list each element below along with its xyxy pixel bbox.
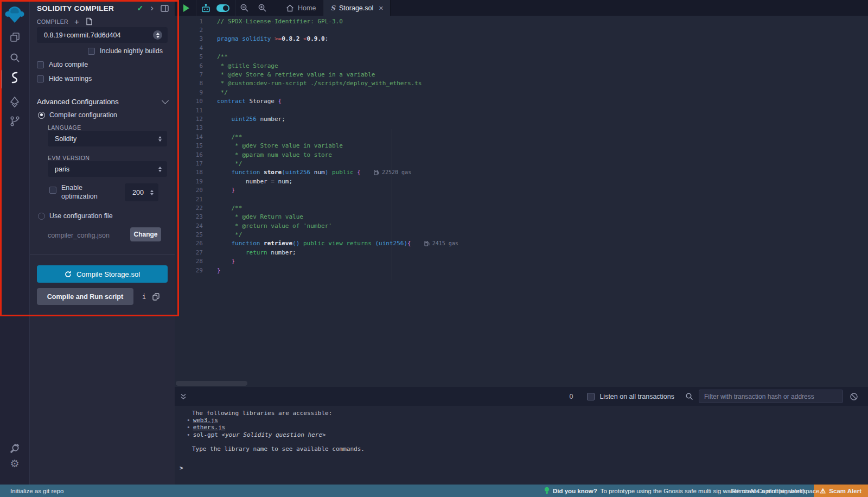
close-tab-icon[interactable]: × <box>379 4 383 12</box>
code-line[interactable]: 13 <box>175 124 868 132</box>
line-number[interactable]: 12 <box>175 116 203 123</box>
code-line[interactable]: 28 } <box>175 257 868 266</box>
code-line[interactable]: 8 * @custom:dev-run-script ./scripts/dep… <box>175 79 868 88</box>
pin-panel-icon[interactable] <box>161 5 169 12</box>
config-filename[interactable]: compiler_config.json <box>48 232 110 239</box>
code-line[interactable]: 17 */ <box>175 159 868 168</box>
settings-gear-icon[interactable]: ⚙ <box>8 456 22 470</box>
line-number[interactable]: 17 <box>175 160 203 167</box>
line-number[interactable]: 23 <box>175 213 203 220</box>
line-number[interactable]: 2 <box>175 27 203 34</box>
file-explorer-icon[interactable] <box>8 30 22 44</box>
code-line[interactable]: 21 <box>175 195 868 203</box>
zoom-in-icon[interactable] <box>258 3 267 12</box>
terminal-prompt[interactable]: > <box>180 464 868 471</box>
line-number[interactable]: 9 <box>175 89 203 96</box>
terminal-search-icon[interactable] <box>685 392 693 400</box>
compile-and-run-button[interactable]: Compile and Run script <box>37 288 133 305</box>
code-line[interactable]: 6 * @title Storage <box>175 61 868 70</box>
deploy-run-icon[interactable] <box>8 95 22 109</box>
code-editor[interactable]: 1// SPDX-License-Identifier: GPL-3.023pr… <box>175 16 868 380</box>
add-compiler-icon[interactable]: + <box>74 19 79 24</box>
plugin-manager-icon[interactable] <box>8 441 22 455</box>
ai-copilot-toggle[interactable] <box>216 4 229 12</box>
line-number[interactable]: 13 <box>175 124 203 131</box>
solidity-compiler-icon[interactable] <box>8 71 22 85</box>
code-line[interactable]: 9 */ <box>175 88 868 97</box>
use-configuration-file-radio[interactable] <box>38 213 45 220</box>
code-line[interactable]: 1// SPDX-License-Identifier: GPL-3.0 <box>175 17 868 26</box>
code-line[interactable]: 24 * @return value of 'number' <box>175 221 868 230</box>
line-number[interactable]: 18 <box>175 169 203 176</box>
git-icon[interactable] <box>8 114 22 128</box>
tab-home[interactable]: Home <box>279 0 323 16</box>
line-number[interactable]: 20 <box>175 187 203 194</box>
horizontal-scrollbar[interactable] <box>175 380 868 387</box>
line-number[interactable]: 8 <box>175 80 203 87</box>
tab-storage-sol[interactable]: S Storage.sol × <box>323 0 391 16</box>
code-line[interactable]: 15 * @dev Store value in variable <box>175 141 868 150</box>
line-number[interactable]: 19 <box>175 178 203 185</box>
ai-copilot-robot-icon[interactable] <box>201 3 211 13</box>
code-line[interactable]: 7 * @dev Store & retrieve value in a var… <box>175 70 868 79</box>
line-number[interactable]: 24 <box>175 222 203 230</box>
line-number[interactable]: 15 <box>175 142 203 149</box>
scam-alert-button[interactable]: ⚠ Scam Alert <box>814 485 868 497</box>
library-link[interactable]: web3.js <box>193 417 218 424</box>
code-line[interactable]: 22 /** <box>175 203 868 212</box>
code-line[interactable]: 26 function retrieve() public view retur… <box>175 239 868 248</box>
enable-optimization-checkbox[interactable] <box>49 187 56 194</box>
code-line[interactable]: 14 /** <box>175 132 868 141</box>
panel-chevron-right-icon[interactable]: › <box>150 5 154 11</box>
evm-version-select[interactable]: paris <box>48 161 167 177</box>
expand-terminal-icon[interactable] <box>180 393 187 400</box>
line-number[interactable]: 3 <box>175 35 203 42</box>
optimization-runs-input[interactable]: 200 <box>125 183 158 201</box>
line-number[interactable]: 1 <box>175 18 203 25</box>
zoom-out-icon[interactable] <box>240 3 249 12</box>
hide-warnings-checkbox[interactable] <box>37 75 44 82</box>
line-number[interactable]: 6 <box>175 62 203 69</box>
line-number[interactable]: 5 <box>175 53 203 60</box>
code-line[interactable]: 4 <box>175 43 868 52</box>
line-number[interactable]: 28 <box>175 258 203 265</box>
line-number[interactable]: 25 <box>175 231 203 238</box>
line-number[interactable]: 16 <box>175 151 203 158</box>
auto-compile-checkbox[interactable] <box>37 61 44 68</box>
advanced-configurations-header[interactable]: Advanced Configurations <box>37 98 168 106</box>
code-line[interactable]: 5/** <box>175 53 868 61</box>
search-icon[interactable] <box>8 50 22 65</box>
code-line[interactable]: 16 * @param num value to store <box>175 150 868 159</box>
line-number[interactable]: 7 <box>175 71 203 78</box>
line-number[interactable]: 11 <box>175 107 203 114</box>
code-line[interactable]: 29} <box>175 266 868 275</box>
line-number[interactable]: 14 <box>175 133 203 141</box>
code-line[interactable]: 27 return number; <box>175 248 868 257</box>
copy-icon[interactable] <box>152 293 159 301</box>
line-number[interactable]: 29 <box>175 267 203 274</box>
line-number[interactable]: 10 <box>175 98 203 105</box>
terminal-output[interactable]: The following libraries are accessible:•… <box>175 406 868 485</box>
code-line[interactable]: 25 */ <box>175 230 868 239</box>
include-nightly-checkbox[interactable] <box>88 48 95 55</box>
scrollbar-thumb[interactable] <box>176 381 247 386</box>
line-number[interactable]: 27 <box>175 249 203 256</box>
compiler-version-select[interactable]: 0.8.19+commit.7dd6d404 <box>37 27 168 43</box>
code-line[interactable]: 10contract Storage { <box>175 97 868 106</box>
code-line[interactable]: 19 number = num; <box>175 177 868 186</box>
line-number[interactable]: 4 <box>175 44 203 52</box>
info-icon[interactable]: i <box>142 293 146 301</box>
clear-console-icon[interactable] <box>850 392 858 401</box>
listen-transactions-checkbox[interactable] <box>587 393 595 400</box>
code-line[interactable]: 2 <box>175 26 868 34</box>
language-select[interactable]: Solidity <box>48 131 167 146</box>
code-line[interactable]: 3pragma solidity >=0.8.2 <0.9.0; <box>175 35 868 43</box>
line-number[interactable]: 21 <box>175 196 203 203</box>
code-line[interactable]: 20 } <box>175 186 868 194</box>
code-line[interactable]: 11 <box>175 106 868 114</box>
run-script-play-button[interactable] <box>183 4 189 12</box>
open-file-icon[interactable] <box>85 17 93 26</box>
git-init-status[interactable]: Initialize as git repo <box>0 488 63 494</box>
compile-button[interactable]: Compile Storage.sol <box>37 265 168 283</box>
remix-logo-icon[interactable] <box>3 3 26 26</box>
